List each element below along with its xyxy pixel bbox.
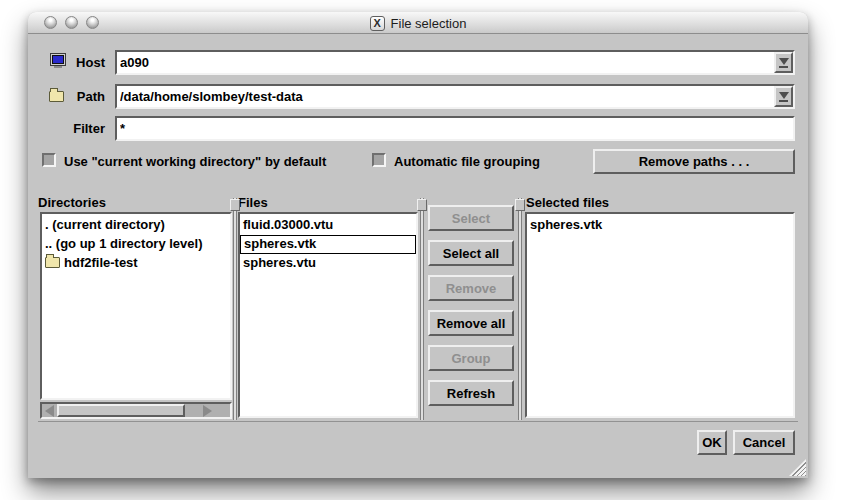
title-group: X File selection [28, 12, 808, 34]
title-bar[interactable]: X File selection [28, 12, 808, 34]
resize-grip[interactable] [789, 459, 806, 476]
filter-input[interactable] [117, 118, 793, 139]
host-history-dropdown-button[interactable] [774, 52, 793, 73]
use-cwd-checkbox[interactable] [42, 153, 56, 167]
pane-divider [233, 198, 237, 420]
select-button[interactable]: Select [428, 205, 514, 231]
list-item[interactable]: .. (go up 1 directory level) [42, 235, 230, 254]
remove-paths-button[interactable]: Remove paths . . . [593, 149, 795, 174]
arrow-left-icon [45, 405, 54, 417]
files-pane-label: Files [238, 195, 268, 210]
pane-sash-handle[interactable] [417, 199, 427, 211]
file-selection-window: X File selection Host Path Filter [28, 12, 808, 478]
files-list: fluid.03000.vtu spheres.vtk spheres.vtu [238, 212, 418, 418]
directories-list: . (current directory) .. (go up 1 direct… [40, 212, 232, 400]
auto-grouping-label[interactable]: Automatic file grouping [394, 154, 540, 169]
scroll-left-button[interactable] [42, 404, 57, 417]
folder-icon [45, 257, 60, 268]
pane-sash-handle[interactable] [230, 199, 240, 211]
list-item[interactable]: spheres.vtk [527, 216, 793, 235]
auto-grouping-checkbox[interactable] [372, 153, 386, 167]
window-title: File selection [391, 16, 467, 31]
ok-button[interactable]: OK [697, 430, 727, 455]
list-item[interactable]: fluid.03000.vtu [240, 216, 416, 235]
path-history-dropdown-button[interactable] [774, 86, 793, 107]
remove-all-button[interactable]: Remove all [428, 310, 514, 336]
panes-bottom-edge [38, 421, 798, 422]
host-label: Host [48, 55, 105, 70]
dropdown-bar-icon [779, 100, 788, 102]
scrollbar-track[interactable] [185, 404, 200, 417]
list-item[interactable]: . (current directory) [42, 216, 230, 235]
list-item[interactable]: hdf2file-test [42, 254, 230, 273]
directories-horizontal-scrollbar[interactable] [40, 402, 232, 419]
pane-divider [518, 198, 522, 420]
cancel-button[interactable]: Cancel [733, 430, 795, 455]
list-item-label: hdf2file-test [64, 255, 138, 270]
group-button[interactable]: Group [428, 345, 514, 371]
selected-files-pane-label: Selected files [526, 195, 609, 210]
path-input[interactable] [117, 86, 774, 107]
x11-app-icon: X [370, 16, 385, 31]
filter-field [115, 116, 795, 141]
selected-files-list: spheres.vtk [525, 212, 795, 418]
pane-sash-handle[interactable] [515, 199, 525, 211]
host-input[interactable] [117, 52, 774, 73]
arrow-right-icon [203, 405, 212, 417]
chevron-down-icon [779, 92, 789, 99]
path-field [115, 84, 795, 109]
list-item[interactable]: spheres.vtu [240, 254, 416, 273]
directories-pane-label: Directories [38, 195, 106, 210]
pane-divider [420, 198, 424, 420]
use-cwd-label[interactable]: Use "current working directory" by defau… [64, 154, 326, 169]
refresh-button[interactable]: Refresh [428, 380, 514, 406]
dropdown-bar-icon [779, 66, 788, 68]
list-item-selected[interactable]: spheres.vtk [240, 235, 416, 254]
remove-button[interactable]: Remove [428, 275, 514, 301]
path-label: Path [48, 89, 105, 104]
scroll-right-button[interactable] [200, 404, 215, 417]
scrollbar-thumb[interactable] [57, 404, 185, 417]
chevron-down-icon [779, 58, 789, 65]
filter-label: Filter [48, 121, 105, 136]
host-field [115, 50, 795, 75]
select-all-button[interactable]: Select all [428, 240, 514, 266]
